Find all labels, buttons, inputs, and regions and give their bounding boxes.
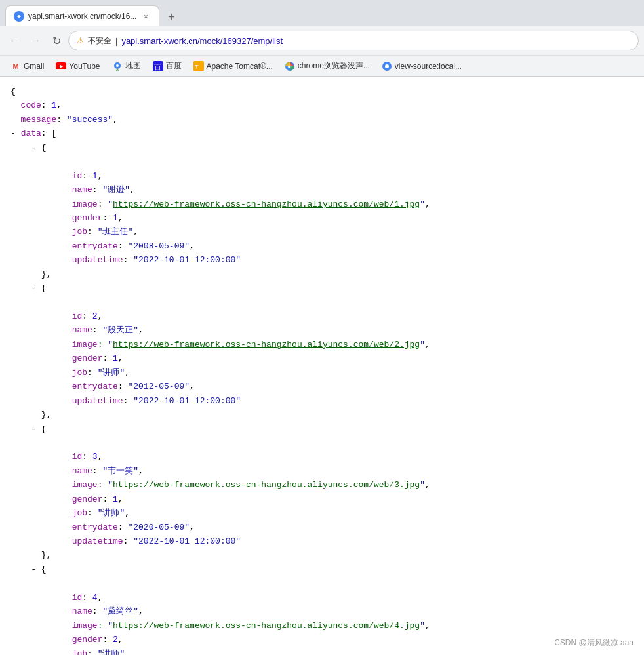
content-area: { code: 1, message: "success", - data: [… [0,77,644,655]
insecure-label: 不安全 [88,35,111,47]
reload-button[interactable]: ↻ [47,31,66,50]
baidu-icon: 百 [153,61,163,71]
gmail-icon: M [10,61,21,71]
active-tab[interactable]: yapi.smart-xwork.cn/mock/16... × [5,5,159,26]
tab-title: yapi.smart-xwork.cn/mock/16... [28,12,136,21]
tab-bar: yapi.smart-xwork.cn/mock/16... × + [0,0,644,26]
bookmark-maps-label: 地图 [125,60,141,71]
new-tab-button[interactable]: + [162,8,180,26]
bookmark-chrome-label: chrome浏览器没声... [298,60,370,71]
bookmark-tomcat[interactable]: T Apache Tomcat®... [188,60,278,73]
image-link-4[interactable]: https://web-framework.oss-cn-hangzhou.al… [113,621,420,631]
bookmark-baidu-label: 百度 [166,60,182,71]
bookmark-youtube-label: YouTube [69,62,100,71]
youtube-icon: ▶ [56,61,66,71]
svg-point-10 [385,64,389,68]
chrome-icon [285,61,295,71]
bookmark-maps[interactable]: 地图 [107,59,146,73]
nav-bar: ← → ↻ ⚠ 不安全 | yapi.smart-xwork.cn/mock/1… [0,26,644,55]
tab-favicon [14,11,24,22]
bookmark-gmail-label: Gmail [24,62,44,71]
bookmarks-bar: M Gmail ▶ YouTube 地图 [0,55,644,76]
address-text: yapi.smart-xwork.cn/mock/169327/emp/list [121,36,630,46]
watermark: CSDN @清风微凉 aaa [554,637,634,648]
image-link-3[interactable]: https://web-framework.oss-cn-hangzhou.al… [113,480,420,490]
bookmark-baidu[interactable]: 百 百度 [148,59,187,73]
bookmark-chrome[interactable]: chrome浏览器没声... [279,59,375,73]
bookmark-viewsource[interactable]: view-source:local... [376,60,467,73]
forward-button[interactable]: → [26,31,45,50]
tab-close-button[interactable]: × [140,11,151,22]
address-bar[interactable]: ⚠ 不安全 | yapi.smart-xwork.cn/mock/169327/… [68,31,639,50]
bookmark-viewsource-label: view-source:local... [395,62,462,71]
lock-icon: ⚠ [77,36,84,45]
address-separator: | [115,36,117,46]
browser-chrome: yapi.smart-xwork.cn/mock/16... × + ← → ↻… [0,0,644,77]
svg-point-2 [116,64,119,67]
viewsource-icon [382,61,392,71]
image-link-2[interactable]: https://web-framework.oss-cn-hangzhou.al… [113,340,420,349]
maps-icon [112,61,123,71]
json-content: { code: 1, message: "success", - data: [… [10,85,634,655]
back-button[interactable]: ← [5,31,24,50]
bookmark-tomcat-label: Apache Tomcat®... [207,62,273,71]
bookmark-youtube[interactable]: ▶ YouTube [50,60,105,73]
image-link-1[interactable]: https://web-framework.oss-cn-hangzhou.al… [113,199,420,209]
svg-text:T: T [195,64,199,70]
tomcat-icon: T [193,61,204,71]
svg-text:百: 百 [154,63,161,71]
bookmark-gmail[interactable]: M Gmail [5,60,49,73]
